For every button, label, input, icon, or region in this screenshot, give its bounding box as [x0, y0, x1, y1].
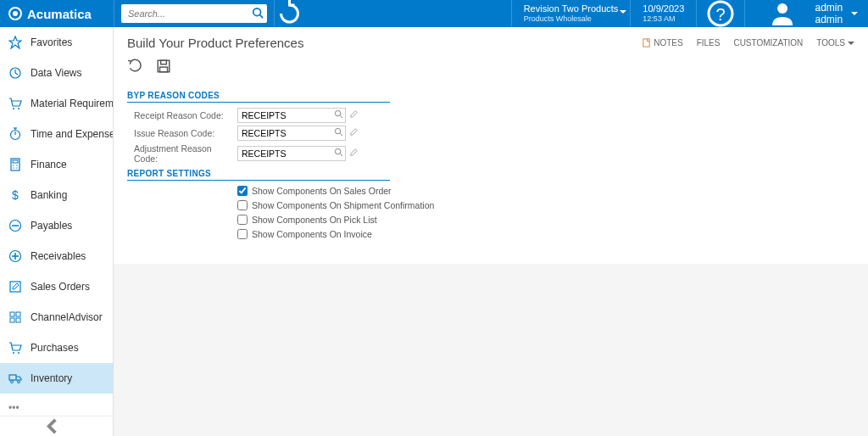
main-area: Build Your Product Preferences NOTES FIL… — [114, 27, 868, 436]
sidebar-item-time-and-expenses[interactable]: Time and Expenses — [0, 119, 113, 149]
sidebar-item-banking[interactable]: $Banking — [0, 180, 113, 210]
lookup-icon[interactable] — [334, 148, 343, 159]
time-text: 12:53 AM — [643, 14, 684, 24]
svg-rect-26 — [10, 312, 14, 316]
check-row-0: Show Components On Sales Order — [127, 186, 854, 196]
sidebar-item-label: Favorites — [31, 36, 72, 48]
sidebar-item-label: Finance — [31, 159, 67, 170]
customization-button[interactable]: CUSTOMIZATION — [733, 38, 803, 48]
checkbox-show-components-on-pick-list[interactable] — [237, 215, 248, 225]
svg-point-15 — [13, 165, 14, 165]
star-icon — [8, 36, 22, 49]
sidebar-item-receivables[interactable]: Receivables — [0, 241, 113, 271]
sidebar-item-label: ChannelAdvisor — [31, 311, 103, 323]
svg-point-33 — [11, 381, 14, 383]
refresh-button[interactable] — [274, 0, 304, 27]
svg-rect-39 — [160, 67, 168, 72]
files-button[interactable]: FILES — [697, 38, 721, 48]
grid-icon — [8, 310, 22, 324]
user-name: admin admin — [815, 2, 846, 25]
user-icon — [755, 0, 810, 27]
business-date[interactable]: 10/9/2023 12:53 AM — [630, 0, 696, 27]
tenant-name: Revision Two Products — [524, 3, 619, 14]
svg-point-0 — [253, 8, 261, 16]
issue-reason-input[interactable] — [237, 126, 346, 141]
svg-point-7 — [13, 108, 14, 109]
svg-point-8 — [18, 108, 19, 109]
save-button[interactable] — [156, 59, 171, 74]
cart-icon — [8, 341, 22, 355]
edit-icon[interactable] — [349, 109, 359, 121]
adjustment-reason-input[interactable] — [237, 146, 346, 161]
adjustment-reason-row: Adjustment Reason Code: — [127, 143, 854, 164]
sidebar-item-finance[interactable]: Finance — [0, 149, 113, 180]
svg-point-44 — [335, 148, 340, 154]
sidebar-item-channeladvisor[interactable]: ChannelAdvisor — [0, 302, 113, 333]
checkbox-show-components-on-invoice[interactable] — [237, 229, 248, 239]
dollar-icon: $ — [8, 188, 22, 202]
sidebar-item-label: Inventory — [31, 372, 72, 384]
tools-menu[interactable]: TOOLS — [816, 38, 854, 48]
calculator-icon — [8, 158, 22, 171]
sidebar-item-favorites[interactable]: Favorites — [0, 27, 113, 58]
svg-marker-5 — [9, 36, 21, 48]
cart-icon — [8, 97, 22, 110]
section-report-settings: REPORT SETTINGS — [127, 169, 390, 181]
svg-line-43 — [340, 133, 342, 136]
issue-reason-row: Issue Reason Code: — [127, 126, 854, 141]
edit-icon[interactable] — [349, 127, 359, 139]
undo-button[interactable] — [127, 59, 142, 74]
sidebar-item-purchases[interactable]: Purchases — [0, 333, 113, 363]
notes-button[interactable]: NOTES — [642, 38, 682, 48]
sidebar-item-label: Sales Orders — [31, 281, 90, 293]
sidebar-item-sales-orders[interactable]: Sales Orders — [0, 271, 113, 302]
sidebar-collapse-button[interactable] — [0, 416, 113, 436]
svg-line-45 — [340, 154, 342, 156]
tenant-selector[interactable]: Revision Two Products Products Wholesale — [511, 0, 631, 27]
sidebar-more[interactable]: ••• — [0, 400, 113, 416]
sidebar-item-configuration[interactable]: Configuration — [0, 394, 113, 400]
user-menu[interactable]: admin admin — [744, 0, 868, 27]
edit-icon[interactable] — [349, 148, 359, 159]
chevron-down-icon — [848, 42, 854, 45]
sidebar-item-payables[interactable]: Payables — [0, 210, 113, 241]
issue-reason-label: Issue Reason Code: — [127, 128, 237, 138]
receipt-reason-input[interactable] — [237, 108, 346, 123]
truck-icon — [8, 372, 22, 385]
chevron-down-icon — [620, 10, 626, 14]
header-spacer — [304, 0, 511, 27]
app-header: Acumatica Revision Two Products Products… — [0, 0, 868, 27]
plus-circle-icon — [8, 249, 22, 263]
check-label: Show Components On Sales Order — [252, 186, 392, 196]
adjustment-reason-label: Adjustment Reason Code: — [127, 143, 237, 164]
svg-rect-14 — [13, 160, 18, 163]
sidebar-item-inventory[interactable]: Inventory — [0, 363, 113, 394]
lookup-icon[interactable] — [334, 127, 343, 139]
svg-point-4 — [777, 3, 787, 14]
svg-point-16 — [16, 165, 17, 165]
svg-line-41 — [340, 115, 342, 118]
date-text: 10/9/2023 — [643, 3, 684, 14]
receipt-reason-label: Receipt Reason Code: — [127, 110, 237, 120]
sidebar-item-material-requirem-[interactable]: Material Requirem... — [0, 88, 113, 119]
sidebar-item-data-views[interactable]: Data Views — [0, 58, 113, 88]
brand-logo[interactable]: Acumatica — [0, 0, 114, 27]
svg-rect-28 — [10, 318, 14, 322]
section-reason-codes: BYP REASON CODES — [127, 91, 390, 103]
checkbox-show-components-on-sales-order[interactable] — [237, 186, 248, 196]
check-label: Show Components On Shipment Confirmation — [252, 200, 434, 210]
check-label: Show Components On Invoice — [252, 229, 372, 239]
help-button[interactable]: ? — [696, 0, 744, 27]
lookup-icon[interactable] — [334, 109, 343, 121]
search-input[interactable] — [121, 4, 267, 23]
checkbox-show-components-on-shipment-confirmation[interactable] — [237, 200, 248, 210]
svg-point-18 — [16, 167, 17, 168]
search-icon[interactable] — [252, 7, 264, 21]
sidebar-item-label: Data Views — [31, 67, 81, 79]
svg-rect-32 — [9, 375, 16, 380]
note-icon — [642, 38, 651, 48]
sidebar-item-label: Time and Expenses — [31, 128, 113, 140]
svg-point-42 — [335, 128, 340, 133]
svg-point-31 — [18, 352, 19, 354]
check-label: Show Components On Pick List — [252, 215, 377, 225]
